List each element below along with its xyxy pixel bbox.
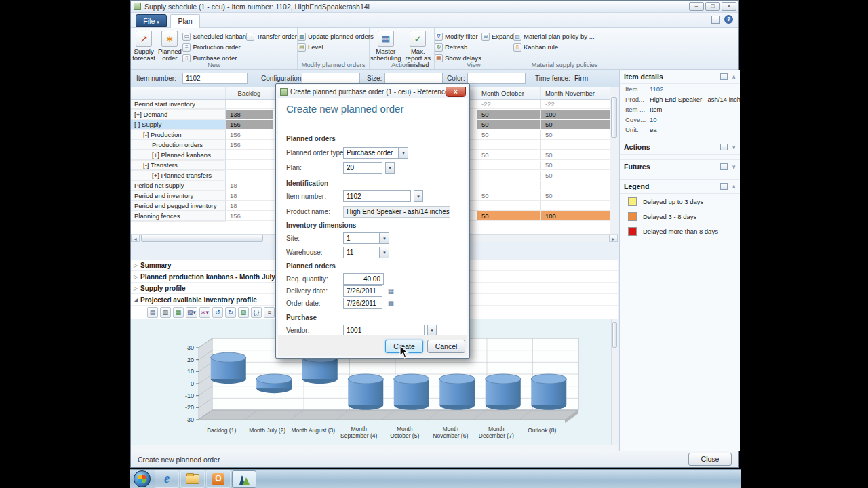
modify-filter-button[interactable]: ∇Modify filter (435, 31, 481, 41)
update-planned-orders-button[interactable]: ▦Update planned orders (298, 31, 374, 41)
dialog-title-bar[interactable]: Create planned purchase order (1 - ceu) … (277, 85, 468, 98)
table-cell[interactable]: 156 (226, 120, 273, 129)
table-cell[interactable]: 50 (541, 130, 606, 140)
grid-header-backlog[interactable]: Backlog (226, 87, 273, 99)
chart-image-icon[interactable]: ▨ (238, 307, 249, 318)
table-cell[interactable]: 138 (226, 110, 273, 119)
item-number-select[interactable]: 1102 (343, 190, 411, 202)
close-window-button[interactable]: × (722, 2, 736, 11)
table-cell[interactable]: 100 (541, 110, 606, 119)
popout-icon[interactable] (720, 183, 728, 190)
refresh-button[interactable]: ↻Refresh (435, 42, 481, 52)
chart-vertical-scrollbar[interactable] (611, 319, 618, 445)
table-cell[interactable]: 50 (477, 150, 541, 160)
table-cell[interactable]: 156 (226, 211, 273, 221)
row-label[interactable]: Production orders (131, 140, 226, 150)
table-cell[interactable]: 50 (477, 130, 541, 140)
close-button[interactable]: Close (688, 453, 732, 466)
table-cell[interactable]: 50 (541, 161, 606, 170)
table-cell[interactable] (226, 161, 273, 170)
kanban-rule-button[interactable]: ▯Kanban rule (513, 42, 595, 52)
table-cell[interactable] (477, 181, 541, 190)
level-button[interactable]: ▤Level (298, 42, 374, 52)
row-label[interactable]: Period end inventory (131, 191, 226, 201)
table-cell[interactable]: 50 (541, 120, 606, 129)
restore-button[interactable]: □ (705, 2, 720, 11)
dynamics-ax-icon[interactable] (232, 470, 256, 488)
table-cell[interactable]: 50 (477, 110, 541, 119)
scroll-thumb[interactable] (141, 235, 263, 242)
warehouse-select[interactable]: 11 (343, 247, 380, 258)
order-date-input[interactable]: 7/26/2011 (343, 298, 382, 309)
popout-icon[interactable] (720, 144, 728, 150)
actions-header[interactable]: Actions ∨ (620, 140, 740, 155)
data-labels-icon[interactable]: {,} (251, 307, 262, 318)
item-details-header[interactable]: Item details ∧ (620, 70, 740, 84)
table-cell[interactable]: 18 (226, 181, 273, 190)
chevron-down-icon[interactable]: ▾ (399, 147, 408, 159)
palette-icon[interactable]: ∗▾ (199, 307, 210, 318)
splitter-handle[interactable]: ···· (131, 445, 618, 451)
rotate-icon[interactable]: ↻ (225, 307, 236, 318)
table-cell[interactable]: 18 (226, 191, 273, 201)
transfer-order-button[interactable]: →Transfer order (246, 31, 297, 41)
production-order-button[interactable]: ≡Production order (182, 42, 246, 52)
site-select[interactable]: 1 (343, 232, 380, 244)
chevron-down-icon[interactable]: ∨ (732, 144, 736, 150)
field-value[interactable]: 10 (650, 116, 657, 123)
chevron-up-icon[interactable]: ∧ (732, 184, 736, 190)
table-cell[interactable] (226, 171, 273, 180)
chevron-down-icon[interactable]: ▾ (380, 232, 389, 244)
futures-header[interactable]: Futures ∨ (620, 160, 740, 174)
chart-type-icon[interactable]: ▧▾ (186, 307, 197, 318)
configuration-input[interactable] (302, 73, 360, 84)
table-cell[interactable] (477, 171, 541, 180)
planned-order-type-select[interactable]: Purchase order (343, 147, 399, 159)
grid-header-october[interactable]: Month October (477, 87, 541, 99)
table-cell[interactable] (541, 201, 606, 211)
row-label[interactable]: Period net supply (131, 181, 226, 190)
minimize-button[interactable]: – (689, 2, 704, 11)
table-cell[interactable] (226, 150, 273, 160)
plan-select[interactable]: 20 (343, 162, 382, 174)
table-cell[interactable] (226, 100, 273, 109)
table-cell[interactable] (541, 140, 606, 150)
cancel-button[interactable]: Cancel (427, 340, 465, 353)
row-label[interactable]: [+] Planned kanbans (131, 150, 226, 160)
windows-explorer-icon[interactable] (180, 470, 205, 488)
table-cell[interactable]: -22 (477, 100, 541, 109)
row-label[interactable]: [-] Transfers (131, 161, 226, 170)
master-scheduling-button[interactable]: ▦Master scheduling (370, 30, 402, 62)
undo-icon[interactable]: ↺ (212, 307, 223, 318)
field-value[interactable]: 1102 (650, 85, 663, 93)
save-icon[interactable]: ▤ (147, 307, 158, 318)
table-cell[interactable] (131, 221, 226, 222)
scroll-left-icon[interactable]: ◂ (131, 235, 140, 242)
chevron-down-icon[interactable]: ∨ (732, 164, 736, 170)
chevron-up-icon[interactable]: ∧ (732, 74, 736, 80)
grid-header-november[interactable]: Month November (541, 87, 606, 99)
row-label[interactable]: [+] Demand (131, 110, 226, 119)
internet-explorer-icon[interactable]: e (155, 470, 179, 488)
row-label[interactable]: Period start inventory (131, 100, 226, 109)
expand-button[interactable]: ⊞Expand (481, 31, 513, 41)
row-label[interactable]: Planning fences (131, 211, 226, 221)
chevron-down-icon[interactable]: ▾ (414, 190, 423, 202)
table-cell[interactable] (477, 140, 541, 150)
scroll-right-icon[interactable]: ▸ (609, 235, 618, 242)
print-icon[interactable]: ▥ (160, 307, 171, 318)
popout-icon[interactable] (720, 73, 728, 80)
calendar-icon[interactable]: ▦ (386, 286, 396, 296)
material-plan-policy-by--button[interactable]: ▤Material plan policy by ... (513, 31, 595, 41)
color-input[interactable] (467, 73, 526, 84)
file-menu-button[interactable]: File ▾ (136, 14, 167, 27)
chevron-down-icon[interactable]: ▾ (380, 247, 389, 258)
table-cell[interactable]: 50 (541, 150, 606, 160)
supply-forecast-button[interactable]: ↗Supply forecast (131, 30, 157, 62)
copy-chart-icon[interactable]: ▦ (173, 307, 184, 318)
start-button[interactable] (134, 470, 151, 487)
help-icon[interactable]: ? (724, 15, 733, 24)
req-quantity-input[interactable]: 40.00 (343, 273, 384, 285)
row-label[interactable]: Period end pegged inventory (131, 201, 226, 211)
table-cell[interactable]: 156 (226, 130, 273, 140)
